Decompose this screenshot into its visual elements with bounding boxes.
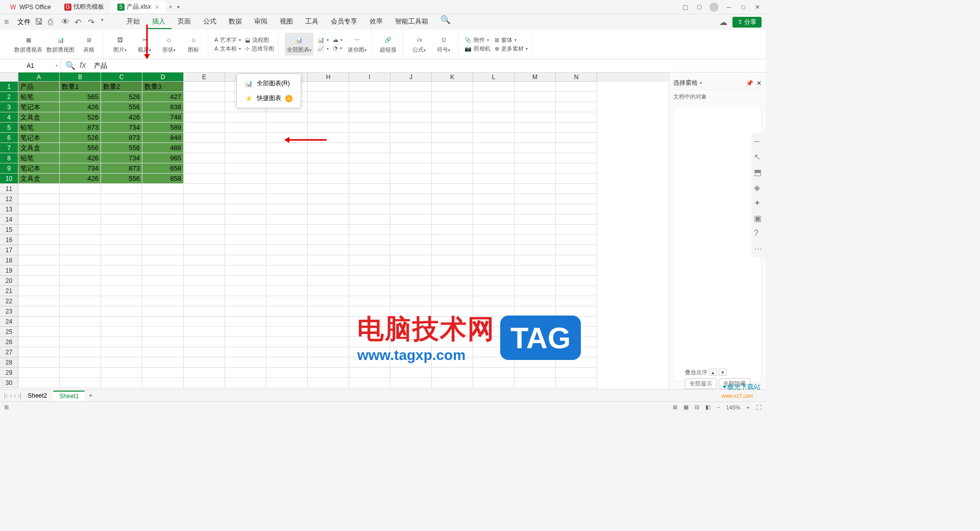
- cell[interactable]: [473, 174, 514, 184]
- cell[interactable]: [514, 102, 556, 112]
- cell[interactable]: [308, 194, 349, 204]
- cell[interactable]: [184, 163, 225, 174]
- cell[interactable]: [184, 378, 225, 388]
- cell[interactable]: [266, 184, 308, 194]
- cell[interactable]: 笔记本: [18, 102, 60, 112]
- cell[interactable]: [308, 317, 349, 327]
- cell[interactable]: [514, 133, 556, 143]
- spreadsheet-grid[interactable]: ABCDEFGHIJKLMN 1产品数量1数量2数量32铅笔5655264273…: [0, 73, 669, 389]
- cell[interactable]: [18, 296, 60, 306]
- cell[interactable]: [432, 296, 473, 306]
- cell[interactable]: [514, 235, 556, 245]
- cell[interactable]: [142, 235, 184, 245]
- cell[interactable]: [556, 286, 597, 296]
- cell[interactable]: [60, 347, 101, 357]
- add-sheet-button[interactable]: +: [89, 392, 92, 399]
- cell[interactable]: [184, 143, 225, 153]
- cell[interactable]: [473, 266, 514, 276]
- cell[interactable]: [184, 347, 225, 357]
- cell[interactable]: [556, 153, 597, 163]
- cell[interactable]: [184, 92, 225, 102]
- cell[interactable]: [556, 163, 597, 174]
- cell[interactable]: [473, 123, 514, 133]
- cell[interactable]: [390, 112, 432, 123]
- cell[interactable]: [18, 378, 60, 388]
- cell[interactable]: 858: [142, 174, 184, 184]
- cell[interactable]: [225, 163, 266, 174]
- cell[interactable]: [101, 245, 142, 255]
- cell[interactable]: [308, 255, 349, 266]
- cell[interactable]: [432, 153, 473, 163]
- cell[interactable]: [142, 214, 184, 225]
- cell[interactable]: [349, 266, 390, 276]
- cell[interactable]: [101, 306, 142, 317]
- cell[interactable]: [225, 245, 266, 255]
- name-box-dropdown-icon[interactable]: ▾: [56, 63, 58, 68]
- cell[interactable]: [225, 184, 266, 194]
- cell[interactable]: [60, 327, 101, 337]
- cell[interactable]: [225, 347, 266, 357]
- cell[interactable]: [390, 245, 432, 255]
- cell[interactable]: [266, 266, 308, 276]
- cell[interactable]: [225, 194, 266, 204]
- cell[interactable]: [556, 194, 597, 204]
- layers-icon[interactable]: ◈: [754, 183, 763, 192]
- zoom-icon[interactable]: 🔍: [65, 61, 76, 70]
- cell[interactable]: [349, 214, 390, 225]
- all-charts-button[interactable]: 📊全部图表▾: [285, 33, 313, 56]
- cell[interactable]: [556, 225, 597, 235]
- cell[interactable]: [473, 102, 514, 112]
- cell[interactable]: [432, 112, 473, 123]
- down-button[interactable]: ▾: [719, 369, 727, 376]
- zoom-level[interactable]: 145%: [726, 404, 740, 411]
- wps-home-tab[interactable]: W WPS Office: [4, 1, 57, 13]
- cell[interactable]: [390, 194, 432, 204]
- cell[interactable]: [101, 204, 142, 214]
- cell[interactable]: [60, 225, 101, 235]
- cell[interactable]: [225, 276, 266, 286]
- cell[interactable]: [18, 357, 60, 368]
- cell[interactable]: [514, 286, 556, 296]
- cell[interactable]: [142, 245, 184, 255]
- cell[interactable]: [514, 123, 556, 133]
- row-header-6[interactable]: 6: [0, 133, 18, 143]
- cell[interactable]: [473, 133, 514, 143]
- cell[interactable]: [225, 123, 266, 133]
- tab-member[interactable]: 会员专享: [325, 15, 363, 29]
- next-sheet-button[interactable]: ›: [14, 392, 16, 399]
- status-mode-icon[interactable]: ⊞: [4, 404, 9, 411]
- cell[interactable]: [266, 194, 308, 204]
- cell[interactable]: [432, 368, 473, 378]
- cell[interactable]: [101, 225, 142, 235]
- row-header-13[interactable]: 13: [0, 204, 18, 214]
- cell[interactable]: [390, 102, 432, 112]
- cell[interactable]: [349, 133, 390, 143]
- row-header-22[interactable]: 22: [0, 296, 18, 306]
- cell[interactable]: [142, 327, 184, 337]
- cell[interactable]: [556, 174, 597, 184]
- row-header-20[interactable]: 20: [0, 276, 18, 286]
- cell[interactable]: [308, 235, 349, 245]
- row-header-11[interactable]: 11: [0, 184, 18, 194]
- cell[interactable]: [556, 296, 597, 306]
- cell[interactable]: [432, 143, 473, 153]
- cell[interactable]: [266, 112, 308, 123]
- cell[interactable]: [266, 235, 308, 245]
- row-header-15[interactable]: 15: [0, 225, 18, 235]
- pivot-table-button[interactable]: ▦数据透视表: [14, 35, 42, 54]
- symbol-button[interactable]: Ω符号▾: [433, 35, 454, 54]
- styles-icon[interactable]: ⬒: [754, 167, 763, 177]
- column-header-K[interactable]: K: [432, 73, 473, 82]
- cell[interactable]: [142, 296, 184, 306]
- first-sheet-button[interactable]: |‹: [4, 392, 8, 399]
- cell[interactable]: [473, 235, 514, 245]
- cell[interactable]: 笔记本: [18, 133, 60, 143]
- cell[interactable]: [18, 337, 60, 347]
- cell[interactable]: 734: [101, 153, 142, 163]
- cell[interactable]: [184, 174, 225, 184]
- cursor-icon[interactable]: ↖: [754, 152, 763, 161]
- cell[interactable]: 文具盒: [18, 174, 60, 184]
- cell[interactable]: [266, 245, 308, 255]
- cell[interactable]: [390, 204, 432, 214]
- row-header-18[interactable]: 18: [0, 255, 18, 266]
